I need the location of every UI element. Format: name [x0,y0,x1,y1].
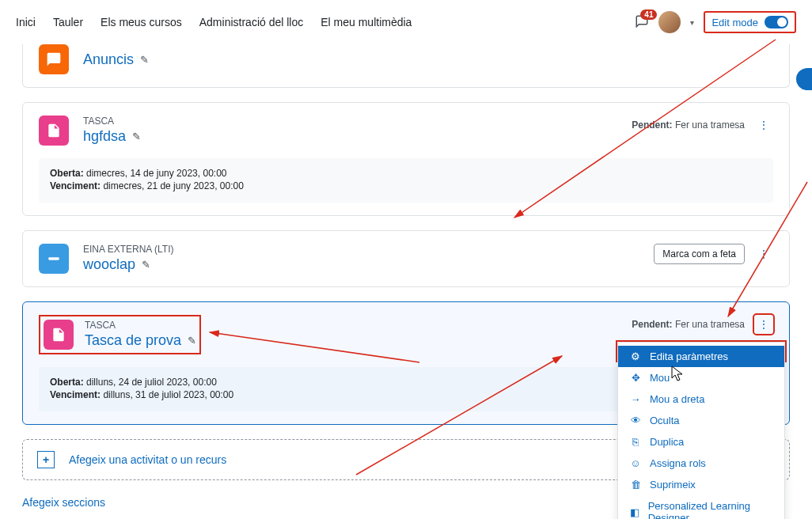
topbar: Inici Tauler Els meus cursos Administrac… [0,0,812,44]
pencil-icon[interactable]: ✎ [142,259,150,271]
menu-duplicate[interactable]: ⎘Duplica [618,431,784,453]
menu-assign-roles[interactable]: ☺Assigna rols [618,453,784,474]
add-activity-label: Afegeix una activitat o un recurs [69,453,226,466]
menu-move-right[interactable]: →Mou a dreta [618,388,784,410]
wooclap-link[interactable]: wooclap ✎ [83,256,150,273]
edit-mode-toggle[interactable] [765,16,788,28]
pencil-icon[interactable]: ✎ [188,335,196,347]
wooclap-title: wooclap [83,256,135,273]
pld-icon: ◧ [629,506,640,518]
pencil-icon[interactable]: ✎ [132,131,141,142]
hgfdsa-status: Pendent: Fer una tramesa [632,119,745,131]
edit-mode-label: Edit mode [711,17,758,28]
svg-rect-0 [48,257,59,260]
hgfdsa-title: hgfdsa [83,128,126,145]
tasca-title: Tasca de prova [85,332,181,349]
anuncis-title: Anuncis [83,51,134,68]
plus-icon: + [37,451,55,468]
topbar-right: 41 ▾ Edit mode [635,11,796,33]
tasca-link[interactable]: Tasca de prova ✎ [85,332,196,349]
menu-pld[interactable]: ◧Personalized Learning Designer [618,495,784,519]
chat-badge: 41 [640,9,657,20]
nav-multimedia[interactable]: El meu multimèdia [321,16,412,28]
activity-dropdown: ⚙Edita paràmetres ✥Mou →Mou a dreta 👁Ocu… [617,342,785,519]
avatar[interactable] [658,11,681,33]
menu-move[interactable]: ✥Mou [618,367,784,388]
tasca-status: Pendent: Fer una tramesa [632,319,745,330]
kebab-menu[interactable]: ⋮ [754,244,773,263]
tasca-type: TASCA [85,320,196,331]
gear-icon: ⚙ [629,350,642,362]
main-nav: Inici Tauler Els meus cursos Administrac… [16,16,412,28]
hgfdsa-dates: Oberta: dimecres, 14 de juny 2023, 00:00… [39,158,773,203]
pencil-icon[interactable]: ✎ [140,54,149,66]
menu-hide[interactable]: 👁Oculta [618,410,784,431]
edit-mode-toggle-container: Edit mode [704,11,796,33]
chevron-down-icon[interactable]: ▾ [690,18,694,27]
activity-anuncis: Anuncis ✎ [22,44,790,88]
kebab-menu[interactable]: ⋮ [754,116,773,134]
anuncis-link[interactable]: Anuncis ✎ [83,51,149,68]
arrow-right-icon: → [629,393,642,405]
nav-admin[interactable]: Administració del lloc [199,16,304,28]
user-icon: ☺ [629,457,642,469]
kebab-menu[interactable]: ⋮ [754,315,773,334]
menu-edit-settings[interactable]: ⚙Edita paràmetres [618,346,784,367]
hgfdsa-link[interactable]: hgfdsa ✎ [83,128,141,145]
eye-icon: 👁 [629,415,642,426]
assignment-icon [39,116,69,146]
nav-inici[interactable]: Inici [16,16,36,28]
assignment-icon [44,320,74,350]
nav-cursos[interactable]: Els meus cursos [101,16,182,28]
trash-icon: 🗑 [629,479,642,491]
side-drawer-toggle[interactable] [796,68,812,90]
activity-wooclap: EINA EXTERNA (LTI) wooclap ✎ Marca com a… [22,230,790,287]
move-icon: ✥ [629,372,642,384]
mark-done-button[interactable]: Marca com a feta [654,244,745,264]
copy-icon: ⎘ [629,436,642,448]
menu-delete[interactable]: 🗑Suprimeix [618,474,784,495]
activity-hgfdsa: TASCA hgfdsa ✎ Pendent: Fer una tramesa … [22,102,790,216]
chat-icon[interactable]: 41 [635,14,649,31]
forum-icon [39,44,69,74]
highlight-box: TASCA Tasca de prova ✎ [39,315,201,354]
lti-icon [39,244,69,274]
nav-tauler[interactable]: Tauler [53,16,83,28]
